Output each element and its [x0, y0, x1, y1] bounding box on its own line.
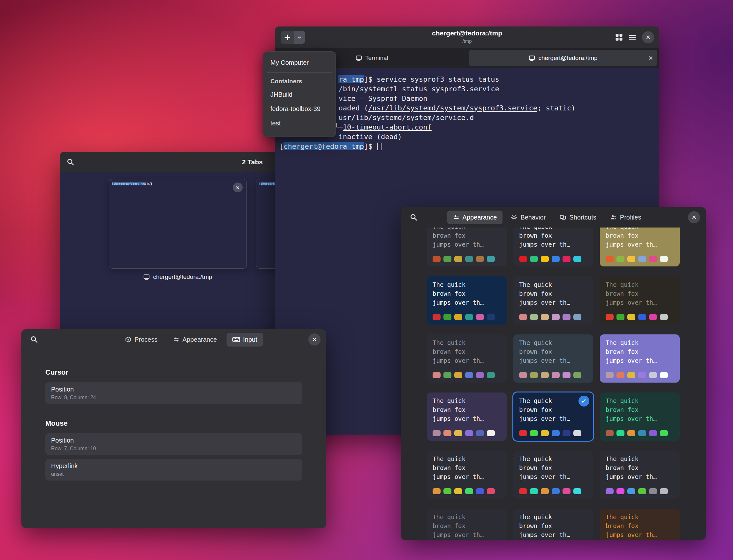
tab-active-session[interactable]: chergert@fedora:/tmp ×: [469, 50, 657, 66]
color-swatch: [563, 256, 571, 262]
tab-behavior[interactable]: Behavior: [505, 211, 551, 224]
close-window-button[interactable]: ×: [308, 333, 320, 346]
keyboard-icon: [232, 337, 240, 342]
color-swatch: [552, 256, 560, 262]
color-swatch: [465, 430, 473, 436]
palette-card[interactable]: The quickbrown foxjumps over th…: [600, 392, 680, 441]
menu-item-container[interactable]: JHBuild: [266, 87, 333, 102]
color-swatch: [638, 488, 646, 494]
color-swatch: [573, 314, 581, 320]
tab-profiles[interactable]: Profiles: [605, 211, 647, 224]
color-swatch: [573, 256, 581, 262]
new-tab-button[interactable]: [280, 31, 294, 44]
palette-card[interactable]: The quickbrown foxjumps over th…: [513, 451, 593, 499]
color-swatch: [444, 372, 452, 378]
palette-card[interactable]: The quickbrown foxjumps over th…: [600, 276, 680, 325]
tab-overview-icon[interactable]: [615, 34, 623, 41]
terminal-titlebar: chergert@fedora:/tmp /tmp ×: [275, 26, 659, 48]
menu-item-my-computer[interactable]: My Computer: [266, 56, 333, 70]
color-swatch: [444, 314, 452, 320]
color-swatch: [541, 488, 549, 494]
tab-thumbnail[interactable]: [chergert@fedora tmp]$ ×: [109, 179, 247, 269]
palette-card[interactable]: The quickbrown foxjumps over th…: [427, 392, 507, 441]
tab-appearance[interactable]: Appearance: [447, 211, 503, 224]
tab-process[interactable]: Process: [119, 333, 163, 347]
palette-card[interactable]: The quickbrown foxjumps over th…: [600, 451, 680, 499]
color-swatch: [454, 430, 462, 436]
inspector-header: Process Appearance Input ×: [21, 329, 326, 350]
new-tab-menu-caret-icon[interactable]: [294, 31, 305, 44]
people-icon: [610, 214, 617, 220]
palette-card[interactable]: The quickbrown foxjumps over th…: [513, 276, 593, 325]
color-swatch: [519, 256, 527, 262]
palette-card[interactable]: The quickbrown foxjumps over th…: [513, 334, 593, 383]
palette-card[interactable]: The quickbrown foxjumps over th…: [600, 334, 680, 383]
palette-sample-text: The quickbrown foxjumps over th…: [433, 396, 501, 423]
preferences-tabs: Appearance Behavior Shortcuts Profiles: [447, 211, 647, 224]
computer-icon: [143, 274, 150, 280]
color-swatch: [519, 430, 527, 436]
color-swatch: [433, 256, 441, 262]
color-swatch: [530, 314, 538, 320]
color-swatch: [573, 372, 581, 378]
palette-card[interactable]: The quickbrown foxjumps over th…: [427, 228, 507, 266]
preferences-window: Appearance Behavior Shortcuts Profiles: [401, 207, 706, 540]
container-list: JHBuildfedora-toolbox-39test: [266, 87, 333, 131]
color-swatch: [433, 488, 441, 494]
palette-sample-text: The quickbrown foxjumps over th…: [433, 512, 501, 539]
palette-card[interactable]: The quickbrown foxjumps over th…: [513, 509, 593, 540]
tab-input[interactable]: Input: [226, 333, 263, 347]
palette-card[interactable]: The quickbrown foxjumps over th…: [427, 509, 507, 540]
tab-appearance[interactable]: Appearance: [167, 333, 222, 347]
window-title-block: chergert@fedora:/tmp /tmp: [275, 29, 659, 44]
color-swatch: [541, 256, 549, 262]
color-swatch: [649, 372, 657, 378]
terminal-line: ra tmp]$ service sysprof3 status tatus: [279, 75, 659, 84]
menu-separator: [267, 72, 332, 73]
palette-card[interactable]: The quickbrown foxjumps over th…✓: [513, 392, 593, 441]
close-tab-icon[interactable]: ×: [233, 183, 243, 192]
close-window-button[interactable]: ×: [688, 211, 700, 223]
palette-card[interactable]: The quickbrown foxjumps over th…: [427, 451, 507, 499]
color-swatch: [454, 256, 462, 262]
sliders-icon: [173, 336, 179, 343]
palette-sample-text: The quickbrown foxjumps over th…: [519, 396, 587, 423]
tab-shortcuts[interactable]: Shortcuts: [554, 211, 602, 224]
palette-card[interactable]: The quickbrown foxjumps over th…: [513, 228, 593, 266]
menu-section-containers: Containers: [266, 75, 333, 87]
palette-sample-text: The quickbrown foxjumps over th…: [606, 280, 674, 307]
palette-card[interactable]: The quickbrown foxjumps over th…: [427, 276, 507, 325]
color-swatch: [465, 372, 473, 378]
palette-card[interactable]: The quickbrown foxjumps over th…: [600, 509, 680, 540]
color-swatch: [638, 256, 646, 262]
computer-icon: [355, 55, 362, 61]
color-swatch: [573, 488, 581, 494]
search-icon[interactable]: [30, 336, 38, 343]
color-swatch: [606, 430, 614, 436]
preferences-header: Appearance Behavior Shortcuts Profiles: [401, 207, 706, 228]
palette-scroll-area[interactable]: The quickbrown foxjumps over th…The quic…: [401, 228, 706, 540]
menu-item-container[interactable]: fedora-toolbox-39: [266, 102, 333, 116]
menu-item-container[interactable]: test: [266, 116, 333, 131]
section-title-mouse: Mouse: [45, 419, 302, 428]
close-window-button[interactable]: ×: [642, 31, 654, 43]
color-swatch: [660, 430, 668, 436]
color-swatch: [530, 488, 538, 494]
hamburger-menu-icon[interactable]: [629, 34, 636, 41]
color-swatch: [563, 372, 571, 378]
palette-sample-text: The quickbrown foxjumps over th…: [519, 512, 587, 539]
swatch-row: [606, 256, 668, 262]
color-swatch: [433, 314, 441, 320]
palette-sample-text: The quickbrown foxjumps over th…: [519, 280, 587, 307]
color-swatch: [487, 256, 495, 262]
color-swatch: [519, 488, 527, 494]
close-tab-icon[interactable]: ×: [648, 54, 653, 63]
palette-card[interactable]: The quickbrown foxjumps over th…: [427, 334, 507, 383]
search-icon[interactable]: [410, 213, 418, 221]
palette-card[interactable]: The quickbrown foxjumps over th…: [600, 228, 680, 266]
cube-icon: [125, 336, 131, 343]
color-swatch: [627, 430, 635, 436]
color-swatch: [519, 314, 527, 320]
swatch-row: [433, 488, 495, 494]
swatch-row: [606, 430, 668, 436]
